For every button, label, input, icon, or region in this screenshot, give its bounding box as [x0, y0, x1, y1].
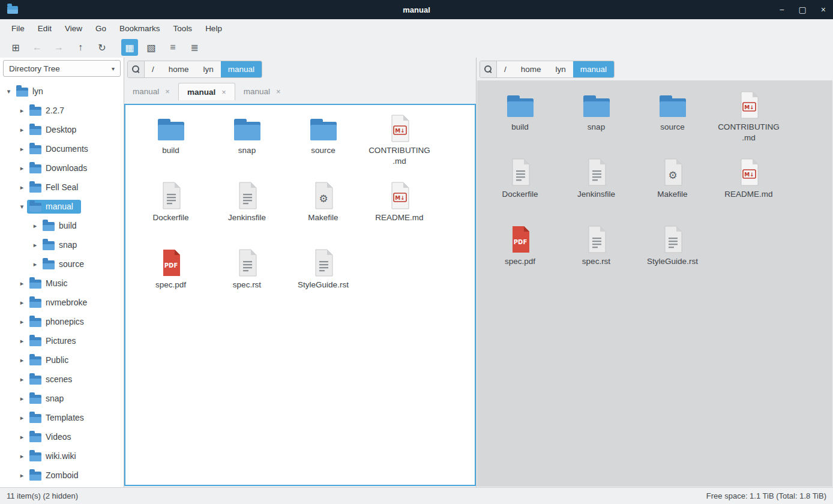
tree-item-phonepics[interactable]: ▸phonepics — [0, 312, 124, 331]
tab-manual-1[interactable]: manual× — [124, 83, 178, 100]
chevron-right-icon[interactable]: ▸ — [17, 414, 27, 422]
tree-item-lyn[interactable]: ▾lyn — [0, 82, 124, 101]
file-readme-md[interactable]: M↓README.md — [361, 177, 438, 244]
breadcrumb-manual[interactable]: manual — [573, 61, 614, 77]
tree-item-documents[interactable]: ▸Documents — [0, 139, 124, 158]
compact-view-button[interactable]: ≡ — [164, 39, 181, 56]
right-file-view[interactable]: buildsnapsourceM↓CONTRIBUTING.mdDockerfi… — [477, 80, 832, 487]
file-spec-pdf[interactable]: PDFspec.pdf — [133, 244, 209, 311]
menu-edit[interactable]: Edit — [31, 21, 58, 36]
breadcrumb-home[interactable]: home — [161, 61, 196, 77]
file-build[interactable]: build — [133, 110, 209, 177]
chevron-right-icon[interactable]: ▸ — [17, 395, 27, 403]
file-jenkinsfile[interactable]: Jenkinsfile — [558, 154, 634, 221]
menu-bookmarks[interactable]: Bookmarks — [113, 21, 167, 36]
tree-item-desktop[interactable]: ▸Desktop — [0, 120, 124, 139]
chevron-right-icon[interactable]: ▸ — [17, 433, 27, 441]
close-button[interactable]: × — [821, 5, 826, 14]
menu-help[interactable]: Help — [199, 21, 229, 36]
tree-item-nvmebroke[interactable]: ▸nvmebroke — [0, 293, 124, 312]
back-button[interactable]: ← — [29, 39, 46, 56]
chevron-right-icon[interactable]: ▸ — [17, 452, 27, 460]
tab-manual-2[interactable]: manual× — [178, 83, 235, 100]
chevron-right-icon[interactable]: ▸ — [17, 126, 27, 134]
forward-button[interactable]: → — [50, 39, 67, 56]
file-spec-rst[interactable]: spec.rst — [209, 244, 285, 311]
breadcrumb-lyn[interactable]: lyn — [549, 61, 573, 77]
chevron-right-icon[interactable]: ▸ — [17, 145, 27, 153]
menu-file[interactable]: File — [5, 21, 31, 36]
tree-item-wiki-wiki[interactable]: ▸wiki.wiki — [0, 446, 124, 466]
chevron-down-icon[interactable]: ▾ — [4, 88, 14, 95]
menu-go[interactable]: Go — [89, 21, 113, 36]
breadcrumb-lyn[interactable]: lyn — [196, 61, 221, 77]
breadcrumb-manual[interactable]: manual — [221, 61, 262, 77]
file-spec-pdf[interactable]: PDFspec.pdf — [482, 221, 558, 288]
tree-item-manual[interactable]: ▾manual — [0, 197, 124, 216]
chevron-right-icon[interactable]: ▸ — [17, 107, 27, 115]
up-button[interactable]: ↑ — [72, 39, 89, 56]
tree-item-snap[interactable]: ▸snap — [0, 389, 124, 408]
chevron-down-icon[interactable]: ▾ — [17, 203, 27, 211]
search-icon[interactable] — [480, 61, 497, 77]
tree-item-pictures[interactable]: ▸Pictures — [0, 331, 124, 350]
chevron-right-icon[interactable]: ▸ — [30, 260, 40, 268]
menu-tools[interactable]: Tools — [167, 21, 199, 36]
tree-item-downloads[interactable]: ▸Downloads — [0, 158, 124, 178]
chevron-right-icon[interactable]: ▸ — [17, 318, 27, 326]
tree-item-zomboid[interactable]: ▸Zomboid — [0, 466, 124, 485]
file-styleguide-rst[interactable]: StyleGuide.rst — [285, 244, 361, 311]
file-snap[interactable]: snap — [558, 86, 634, 154]
breadcrumb-root[interactable]: / — [497, 61, 514, 77]
tree-item-build[interactable]: ▸build — [0, 216, 124, 235]
file-contributing-md[interactable]: M↓CONTRIBUTING.md — [711, 86, 787, 154]
file-build[interactable]: build — [482, 86, 558, 154]
new-tab-button[interactable]: ⊞ — [7, 39, 24, 56]
chevron-right-icon[interactable]: ▸ — [17, 164, 27, 172]
search-icon[interactable] — [128, 61, 145, 77]
file-readme-md[interactable]: M↓README.md — [711, 154, 787, 221]
file-makefile[interactable]: ⚙Makefile — [285, 177, 361, 244]
tree-item-source[interactable]: ▸source — [0, 254, 124, 274]
tree-item-music[interactable]: ▸Music — [0, 274, 124, 293]
chevron-right-icon[interactable]: ▸ — [17, 299, 27, 307]
tree-item-2-2-7[interactable]: ▸2.2.7 — [0, 101, 124, 120]
chevron-right-icon[interactable]: ▸ — [17, 337, 27, 345]
chevron-right-icon[interactable]: ▸ — [17, 356, 27, 364]
chevron-right-icon[interactable]: ▸ — [30, 241, 40, 249]
menu-view[interactable]: View — [58, 21, 89, 36]
tree-item-scenes[interactable]: ▸scenes — [0, 370, 124, 389]
chevron-right-icon[interactable]: ▸ — [17, 376, 27, 383]
tree-item-videos[interactable]: ▸Videos — [0, 427, 124, 446]
breadcrumb-home[interactable]: home — [514, 61, 549, 77]
chevron-right-icon[interactable]: ▸ — [17, 184, 27, 191]
tab-manual-3[interactable]: manual× — [235, 83, 289, 100]
file-makefile[interactable]: ⚙Makefile — [634, 154, 711, 221]
icon-view-button[interactable]: ▦ — [121, 39, 138, 56]
file-styleguide-rst[interactable]: StyleGuide.rst — [634, 221, 711, 288]
left-file-view[interactable]: buildsnapsourceM↓CONTRIBUTING.mdDockerfi… — [124, 104, 476, 486]
breadcrumb-root[interactable]: / — [145, 61, 161, 77]
file-dockerfile[interactable]: Dockerfile — [482, 154, 558, 221]
minimize-button[interactable]: − — [779, 5, 784, 14]
maximize-button[interactable]: ▢ — [799, 5, 807, 14]
chevron-right-icon[interactable]: ▸ — [17, 472, 27, 479]
detailed-list-view-button[interactable]: ≣ — [186, 39, 203, 56]
tree-item-templates[interactable]: ▸Templates — [0, 408, 124, 427]
file-contributing-md[interactable]: M↓CONTRIBUTING.md — [361, 110, 438, 177]
chevron-right-icon[interactable]: ▸ — [30, 222, 40, 230]
close-icon[interactable]: × — [221, 88, 226, 97]
file-snap[interactable]: snap — [209, 110, 285, 177]
titlebar[interactable]: manual −▢× — [0, 0, 833, 19]
reload-button[interactable]: ↻ — [94, 39, 110, 56]
chevron-right-icon[interactable]: ▸ — [17, 280, 27, 287]
thumbnail-view-button[interactable]: ▧ — [143, 39, 160, 56]
file-dockerfile[interactable]: Dockerfile — [133, 177, 209, 244]
tree-item-public[interactable]: ▸Public — [0, 350, 124, 370]
close-icon[interactable]: × — [165, 87, 170, 96]
file-spec-rst[interactable]: spec.rst — [558, 221, 634, 288]
tree-item-snap[interactable]: ▸snap — [0, 235, 124, 254]
tree-item-fell-seal[interactable]: ▸Fell Seal — [0, 178, 124, 197]
sidebar-mode-select[interactable]: Directory Tree ▾ — [3, 60, 121, 77]
file-source[interactable]: source — [285, 110, 361, 177]
